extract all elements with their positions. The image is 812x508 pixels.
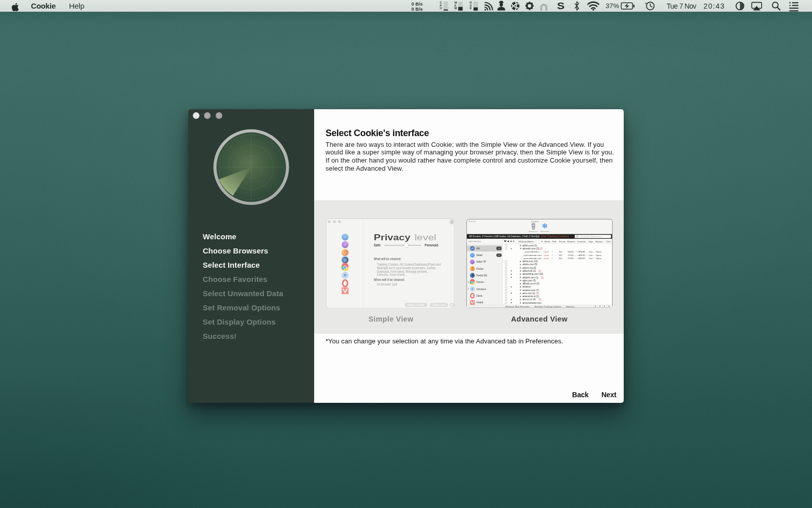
svg-text:Website/Name: Website/Name xyxy=(519,240,534,243)
svg-text:User: User xyxy=(606,240,611,243)
svg-text:S: S xyxy=(557,1,565,11)
svg-text:adrva.com (12): adrva.com (12) xyxy=(523,260,538,263)
svg-text:Safari: Safari xyxy=(477,254,483,257)
svg-text:Opera: Opera xyxy=(596,257,602,260)
svg-text:Opera: Opera xyxy=(596,250,602,253)
svg-text:hand: hand xyxy=(544,250,549,253)
svg-text:Pause Cookie: Pause Cookie xyxy=(408,303,424,306)
svg-text:level: level xyxy=(415,232,436,241)
svg-text:amc.com (2): amc.com (2) xyxy=(523,292,536,295)
svg-text:allbnds.co.nz (2): allbnds.co.nz (2) xyxy=(523,282,540,285)
svg-text:pool.admedo.com: pool.admedo.com xyxy=(524,254,542,257)
svg-text:hand: hand xyxy=(544,254,549,257)
svg-text:K: K xyxy=(470,7,472,10)
svg-text:NO: NO xyxy=(559,250,563,253)
svg-text:Favicons, Zoom levels: Favicons, Zoom levels xyxy=(377,273,404,276)
svg-text:Safari TP: Safari TP xyxy=(477,261,486,263)
svg-text:adobe.com (5): adobe.com (5) xyxy=(523,263,538,266)
svg-text:Safe: Safe xyxy=(374,243,381,247)
svg-text:amazon.com (7): amazon.com (7) xyxy=(523,289,539,292)
svg-text:pool.admedo.c...: pool.admedo.c... xyxy=(525,250,542,253)
svg-text:Remove Tracking Cookies: Remove Tracking Cookies xyxy=(534,305,562,308)
svg-text:37%: 37% xyxy=(605,2,619,10)
svg-text:Remove: Remove xyxy=(529,230,538,233)
svg-text:<ENCR...: <ENCR... xyxy=(578,254,587,257)
svg-text:U: U xyxy=(440,7,442,10)
svg-text:NO: NO xyxy=(559,257,563,260)
svg-text:Clean now: Clean now xyxy=(432,303,446,306)
svg-text:Firefox DE: Firefox DE xyxy=(477,274,488,277)
svg-text:(244 Tracking Cookies): (244 Tracking Cookies) xyxy=(541,235,570,238)
svg-text:Name: Name xyxy=(545,240,551,243)
svg-text:17: 17 xyxy=(498,247,500,250)
svg-text:Coo...: Coo... xyxy=(589,250,594,253)
svg-text:amazon-: amazon- xyxy=(523,285,532,288)
svg-text:Remove Non-Favorites: Remove Non-Favorites xyxy=(505,305,530,308)
svg-text:(1): (1) xyxy=(538,270,542,272)
svg-text:20:43: 20:43 xyxy=(703,2,725,10)
svg-text:17/3/1...: 17/3/1... xyxy=(568,254,576,257)
svg-text:Vivaldi: Vivaldi xyxy=(477,301,484,304)
svg-text:M: M xyxy=(455,7,457,10)
svg-text:admedo.com (3): admedo.com (3) xyxy=(523,247,539,250)
svg-text:Paranoid: Paranoid xyxy=(424,243,438,247)
svg-text:adonn.org (6): adonn.org (6) xyxy=(523,267,537,269)
svg-text:Privacy: Privacy xyxy=(374,232,411,242)
svg-text:(1): (1) xyxy=(538,298,542,301)
svg-text:anzcoranswer.com: anzcoranswer.com xyxy=(523,302,542,304)
svg-text:anamonns.sl (1): anamonns.sl (1) xyxy=(523,295,539,298)
svg-text:(1): (1) xyxy=(536,292,539,295)
svg-text:Contents: Contents xyxy=(578,240,586,243)
svg-text:hand: hand xyxy=(544,257,549,260)
svg-text:Path: Path xyxy=(552,240,557,243)
svg-text:16/4/1...: 16/4/1... xyxy=(568,250,576,253)
svg-text:agkn.com (3): agkn.com (3) xyxy=(523,279,536,282)
svg-text:Coo...: Coo... xyxy=(589,257,594,260)
svg-text:Cookie: Cookie xyxy=(531,220,538,223)
svg-text:Expires: Expires xyxy=(567,240,576,243)
svg-text:345 Domains, 17 Favorites | 11: 345 Domains, 17 Favorites | 1198 Cookies… xyxy=(469,235,540,238)
svg-text:0 B/s: 0 B/s xyxy=(412,7,423,12)
svg-text:adtech.de (2): adtech.de (2) xyxy=(523,270,536,272)
svg-text:pool.admedo.com: pool.admedo.com xyxy=(524,257,542,260)
svg-text:Secure: Secure xyxy=(559,240,566,243)
svg-text:On Browser Quit: On Browser Quit xyxy=(377,282,397,287)
svg-text:advertising.com (10): advertising.com (10) xyxy=(523,273,544,275)
svg-text:Remove: Remove xyxy=(566,305,575,308)
svg-text:Tue 7 Nov: Tue 7 Nov xyxy=(667,3,697,10)
svg-text:Chromium: Chromium xyxy=(477,288,487,291)
svg-text:adxprts.com (1): adxprts.com (1) xyxy=(523,276,539,279)
svg-text:Search Websites: Search Websites xyxy=(581,235,602,238)
svg-text:Opera: Opera xyxy=(477,295,483,297)
svg-text:Firefox: Firefox xyxy=(477,268,484,270)
svg-text:When will it be cleaned:: When will it be cleaned: xyxy=(374,277,404,281)
svg-text:What will be cleaned:: What will be cleaned: xyxy=(374,257,401,260)
svg-text:Opera: Opera xyxy=(596,254,602,257)
svg-text:FAVORITES: FAVORITES xyxy=(468,240,481,243)
svg-text:NO: NO xyxy=(559,254,563,257)
svg-text:(2): (2) xyxy=(539,247,543,250)
svg-text:adrion.com (1): adrion.com (1) xyxy=(523,244,538,247)
svg-text:Chrome: Chrome xyxy=(477,281,484,283)
svg-text:(1): (1) xyxy=(541,276,544,279)
svg-text:17: 17 xyxy=(498,254,500,257)
svg-text:<ENCR...: <ENCR... xyxy=(578,257,587,260)
svg-text:anz.co.nz (4): anz.co.nz (4) xyxy=(523,298,536,301)
svg-text:Type: Type xyxy=(589,240,593,243)
svg-text:0 B/s: 0 B/s xyxy=(412,2,423,7)
svg-text:Coo...: Coo... xyxy=(589,254,594,257)
svg-text:Websites: Websites xyxy=(540,230,550,233)
svg-text:All: All xyxy=(477,247,480,250)
svg-text:<ENCR...: <ENCR... xyxy=(578,250,587,253)
svg-text:Browser: Browser xyxy=(596,240,603,243)
svg-text:17/3/1...: 17/3/1... xyxy=(568,257,576,260)
